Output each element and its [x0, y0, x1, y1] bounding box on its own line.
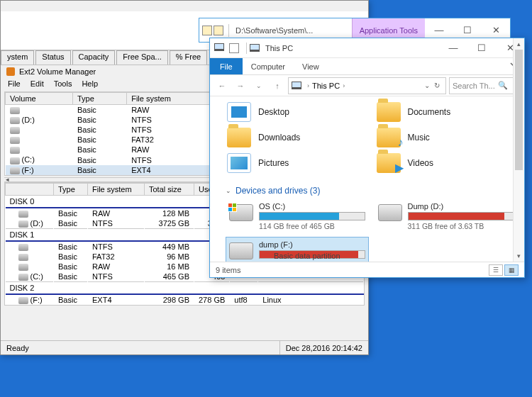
- disk-icon: [10, 147, 20, 154]
- column-header[interactable]: Total size: [145, 183, 194, 195]
- chevron-down-icon: ⌄: [226, 187, 231, 194]
- disk-icon: [10, 167, 20, 174]
- ext2-obscured-tabs: ystemStatusCapacityFree Spa...% Free: [1, 50, 207, 65]
- drive-name: dump (F:): [259, 240, 365, 249]
- bg-column-header[interactable]: Capacity: [72, 50, 116, 65]
- tab-computer[interactable]: Computer: [243, 58, 294, 74]
- disk-icon: [18, 264, 28, 271]
- folder-label: Pictures: [258, 158, 289, 168]
- chevron-right-icon[interactable]: ›: [343, 82, 345, 89]
- disk-icon: [10, 127, 20, 134]
- menu-help[interactable]: Help: [82, 79, 98, 88]
- folder-music[interactable]: ♪Music: [375, 126, 518, 149]
- explorer-ribbon: File ComputerView: [210, 58, 524, 75]
- this-pc-icon: [250, 44, 260, 52]
- quick-access-icon[interactable]: [229, 43, 239, 53]
- column-header[interactable]: File system: [88, 183, 145, 195]
- folder-icon: [377, 102, 401, 122]
- explorer-navbar: ← → ⌄ ↑ › This PC › ⌄↻ Search Th... 🔍: [210, 75, 524, 96]
- history-button[interactable]: ⌄: [251, 78, 267, 94]
- icons-view-button[interactable]: ▦: [504, 264, 519, 276]
- column-header[interactable]: Type: [72, 93, 126, 105]
- drive-free-text: 19.7 GB free of 298 GB: [259, 260, 365, 262]
- disk-icon: [18, 254, 28, 261]
- menu-tools[interactable]: Tools: [54, 79, 72, 88]
- folder-icon: [227, 128, 251, 147]
- details-view-button[interactable]: ☰: [489, 264, 503, 276]
- bg-column-header[interactable]: % Free: [170, 50, 207, 65]
- folder-desktop[interactable]: Desktop: [226, 101, 368, 123]
- back-button[interactable]: ←: [214, 78, 230, 94]
- folder-videos[interactable]: ▶Videos: [375, 152, 518, 174]
- column-header[interactable]: File system: [127, 93, 220, 105]
- drive-usage-bar: [259, 212, 365, 220]
- bg-explorer-path: D:\Software\System\...: [231, 26, 352, 35]
- truncated-row-text: Basic data partition: [274, 252, 340, 260]
- tab-view[interactable]: View: [294, 58, 328, 74]
- chevron-right-icon: ›: [307, 82, 309, 89]
- item-count: 9 items: [216, 266, 240, 274]
- drive-name: Dump (D:): [408, 202, 514, 211]
- folder-icon: [202, 26, 212, 35]
- bg-column-header[interactable]: Free Spa...: [116, 50, 167, 65]
- maximize-button[interactable]: ☐: [467, 38, 496, 58]
- drive-name: OS (C:): [259, 202, 365, 211]
- folder-icon: [227, 153, 251, 173]
- bg-column-header[interactable]: Status: [35, 50, 70, 65]
- up-button[interactable]: ↑: [270, 78, 285, 94]
- disk-icon: [18, 297, 28, 304]
- scroll-track[interactable]: [514, 50, 524, 250]
- folder-label: Music: [408, 133, 430, 142]
- explorer-titlebar[interactable]: This PC — ☐ ✕: [210, 38, 524, 58]
- folder-icon: ▶: [377, 153, 401, 173]
- menu-file[interactable]: File: [8, 79, 21, 88]
- explorer-window: This PC — ☐ ✕ File ComputerView ← → ⌄ ↑ …: [209, 38, 525, 278]
- bg-column-header[interactable]: ystem: [1, 50, 34, 65]
- ext2-title-text: Ext2 Volume Manager: [19, 67, 96, 76]
- folder-documents[interactable]: Documents: [375, 101, 518, 123]
- forward-button[interactable]: →: [233, 78, 248, 94]
- disk-icon: [18, 244, 28, 251]
- scroll-down-button[interactable]: ▾: [514, 250, 524, 262]
- address-dropdown-button[interactable]: ⌄: [424, 82, 430, 89]
- video-icon: ▶: [395, 161, 404, 174]
- vertical-scrollbar[interactable]: ▴ ▾: [513, 38, 524, 262]
- drive-item[interactable]: OS (C:) 114 GB free of 465 GB: [226, 198, 369, 234]
- refresh-button[interactable]: ↻: [434, 82, 440, 89]
- disk-partition-row[interactable]: (F:)BasicEXT4298 GB278 GButf8Linux: [6, 294, 364, 305]
- search-input[interactable]: Search Th... 🔍: [449, 77, 520, 94]
- scroll-up-button[interactable]: ▴: [514, 38, 524, 50]
- column-header[interactable]: [6, 183, 54, 195]
- disk-icon: [10, 117, 20, 124]
- address-bar[interactable]: › This PC › ⌄↻: [288, 77, 446, 94]
- breadcrumb[interactable]: This PC: [312, 82, 340, 90]
- drive-item[interactable]: Dump (D:) 311 GB free of 3.63 TB: [375, 198, 518, 234]
- drive-icon: [229, 242, 253, 259]
- folder-icon: [227, 102, 251, 122]
- folder-downloads[interactable]: Downloads: [226, 126, 368, 149]
- column-header[interactable]: Type: [54, 183, 88, 195]
- menu-edit[interactable]: Edit: [31, 79, 44, 88]
- drive-free-text: 311 GB free of 3.63 TB: [408, 222, 514, 230]
- status-ready: Ready: [1, 344, 35, 352]
- search-icon: 🔍: [498, 81, 508, 90]
- column-header[interactable]: Volume: [6, 93, 73, 105]
- explorer-body[interactable]: DesktopDocumentsDownloads♪MusicPictures▶…: [210, 96, 524, 262]
- folder-label: Videos: [408, 158, 433, 168]
- folder-label: Desktop: [258, 107, 289, 117]
- drive-icon: [229, 204, 253, 221]
- ext2-statusbar: Ready Dec 28,2016 20:14:42: [1, 340, 368, 354]
- ext2-app-icon: [6, 67, 15, 76]
- scroll-thumb[interactable]: [515, 50, 523, 170]
- disk-header: DISK 2: [6, 282, 364, 295]
- section-title: Devices and drives (3): [235, 186, 320, 196]
- minimize-button[interactable]: —: [439, 38, 467, 58]
- disk-icon: [10, 157, 20, 164]
- folder-pictures[interactable]: Pictures: [226, 152, 368, 174]
- disk-icon: [10, 107, 20, 114]
- this-pc-icon: [214, 43, 224, 51]
- this-pc-icon: [292, 82, 301, 89]
- file-tab[interactable]: File: [210, 58, 243, 74]
- music-icon: ♪: [398, 136, 404, 149]
- devices-section-header[interactable]: ⌄ Devices and drives (3): [226, 183, 517, 198]
